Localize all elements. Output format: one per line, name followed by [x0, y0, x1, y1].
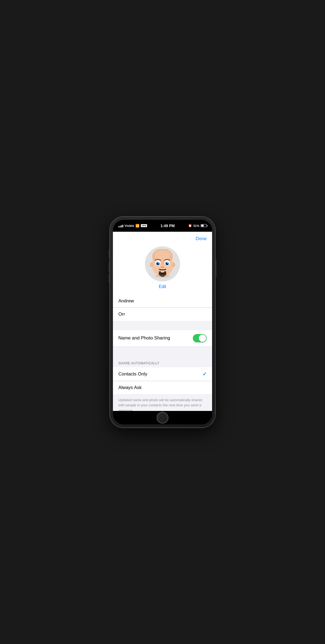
contacts-only-label: Contacts Only: [118, 371, 147, 377]
share-description: Updated name and photo will be automatic…: [113, 394, 212, 411]
memoji-svg: [148, 249, 177, 279]
contacts-only-checkmark: ✓: [203, 371, 207, 377]
section-gap-1: [113, 321, 212, 330]
section-gap-2: [113, 346, 212, 356]
last-name-field[interactable]: Orr: [113, 308, 212, 321]
done-row: Done: [113, 232, 212, 244]
status-bar: Visible 📶 VPN 1:49 PM ⏰ 51%: [113, 220, 212, 232]
status-left: Visible 📶 VPN: [118, 224, 147, 228]
toggle-thumb: [199, 335, 206, 342]
svg-point-17: [155, 274, 170, 278]
share-options-list: Contacts Only ✓ Always Ask: [113, 367, 212, 394]
name-fields: Andrew Orr: [113, 295, 212, 321]
status-time: 1:49 PM: [160, 224, 175, 228]
home-button[interactable]: [157, 412, 168, 423]
first-name-field[interactable]: Andrew: [113, 295, 212, 308]
carrier-name: Visible: [125, 224, 134, 227]
name-photo-sharing-label: Name and Photo Sharing: [118, 335, 170, 341]
svg-point-3: [150, 262, 154, 267]
done-button[interactable]: Done: [196, 236, 207, 241]
wifi-icon: 📶: [135, 224, 139, 228]
edit-avatar-link[interactable]: Edit: [159, 284, 166, 289]
screen-content: Done: [113, 232, 212, 411]
vpn-badge: VPN: [141, 224, 147, 227]
share-automatically-section: SHARE AUTOMATICALLY Contacts Only ✓ Alwa…: [113, 356, 212, 411]
name-photo-sharing-row: Name and Photo Sharing: [113, 330, 212, 346]
svg-point-12: [167, 262, 168, 263]
name-photo-sharing-toggle[interactable]: [193, 334, 207, 342]
top-card: Done: [113, 232, 212, 321]
toggle-section: Name and Photo Sharing: [113, 330, 212, 346]
avatar-image[interactable]: [145, 246, 180, 282]
always-ask-row[interactable]: Always Ask: [113, 381, 212, 394]
alarm-icon: ⏰: [188, 224, 192, 227]
phone-frame: Visible 📶 VPN 1:49 PM ⏰ 51%: [110, 217, 215, 428]
signal-icon: [118, 224, 123, 227]
contacts-only-row[interactable]: Contacts Only ✓: [113, 367, 212, 381]
svg-point-2: [154, 250, 171, 260]
home-area: [113, 411, 212, 424]
phone-screen: Visible 📶 VPN 1:49 PM ⏰ 51%: [113, 220, 212, 424]
battery-percent: 51%: [193, 224, 199, 227]
avatar-section: Edit: [113, 244, 212, 295]
battery-icon: [201, 224, 207, 227]
always-ask-label: Always Ask: [118, 385, 142, 390]
share-automatically-header: SHARE AUTOMATICALLY: [113, 356, 212, 367]
status-right: ⏰ 51%: [188, 224, 207, 227]
svg-point-11: [158, 262, 159, 263]
svg-point-4: [171, 262, 175, 267]
